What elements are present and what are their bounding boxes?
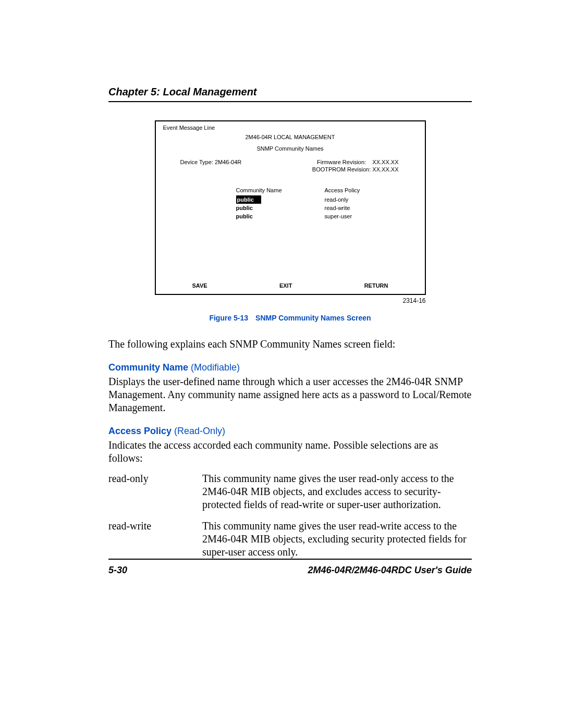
footer-rule xyxy=(108,559,472,560)
column-header-community-name: Community Name xyxy=(236,186,325,195)
firmware-revision: Firmware Revision: XX.XX.XX xyxy=(317,159,418,165)
page-number: 5-30 xyxy=(108,565,127,576)
bootprom-revision: BOOTPROM Revision: XX.XX.XX xyxy=(312,166,418,172)
access-policy-label: Access Policy xyxy=(108,426,172,436)
access-policy-modifier: (Read-Only) xyxy=(174,426,225,436)
firmware-label: Firmware Revision: xyxy=(317,159,366,165)
access-definitions-table: read-only This community name gives the … xyxy=(108,472,472,567)
community-name-heading: Community Name (Modifiable) xyxy=(108,362,472,373)
header-rule xyxy=(108,101,472,102)
chapter-title: Chapter 5: Local Management xyxy=(108,86,472,98)
intro-text: The following explains each SNMP Communi… xyxy=(108,338,472,351)
doc-title: 2M46-04R/2M46-04RDC User's Guide xyxy=(308,565,472,576)
access-policy-row-1: read-write xyxy=(325,204,360,212)
access-policy-row-0: read-only xyxy=(325,195,360,204)
screen-subtitle: SNMP Community Names xyxy=(163,145,418,152)
bootprom-label: BOOTPROM Revision: xyxy=(312,166,371,172)
access-policy-heading: Access Policy (Read-Only) xyxy=(108,426,472,437)
community-name-label: Community Name xyxy=(108,362,188,373)
return-button[interactable]: RETURN xyxy=(364,282,388,289)
event-message-line: Event Message Line xyxy=(163,125,418,131)
definition-desc-0: This community name gives the user read-… xyxy=(202,472,472,520)
save-button[interactable]: SAVE xyxy=(192,282,207,289)
firmware-value: XX.XX.XX xyxy=(372,159,398,165)
screen-title: 2M46-04R LOCAL MANAGEMENT xyxy=(163,134,418,140)
bootprom-value: XX.XX.XX xyxy=(372,166,398,172)
access-policy-row-2: super-user xyxy=(325,212,360,220)
device-type-label: Device Type: 2M46-04R xyxy=(163,159,242,165)
access-policy-desc: Indicates the access accorded each commu… xyxy=(108,439,472,465)
definition-term-0: read-only xyxy=(108,472,202,520)
community-name-modifier: (Modifiable) xyxy=(191,362,240,373)
community-name-row-0[interactable]: public xyxy=(236,195,325,204)
definition-row-0: read-only This community name gives the … xyxy=(108,472,472,520)
snmp-screen-box: Event Message Line 2M46-04R LOCAL MANAGE… xyxy=(155,120,426,295)
community-name-desc: Displays the user-defined name through w… xyxy=(108,375,472,414)
figure-caption: Figure 5-13 SNMP Community Names Screen xyxy=(108,314,472,322)
community-name-row-1[interactable]: public xyxy=(236,204,325,212)
page-footer: 5-30 2M46-04R/2M46-04RDC User's Guide xyxy=(108,559,472,576)
column-header-access-policy: Access Policy xyxy=(325,186,360,195)
community-name-row-2[interactable]: public xyxy=(236,212,325,220)
exit-button[interactable]: EXIT xyxy=(279,282,292,289)
figure-number: 2314-16 xyxy=(150,297,431,304)
